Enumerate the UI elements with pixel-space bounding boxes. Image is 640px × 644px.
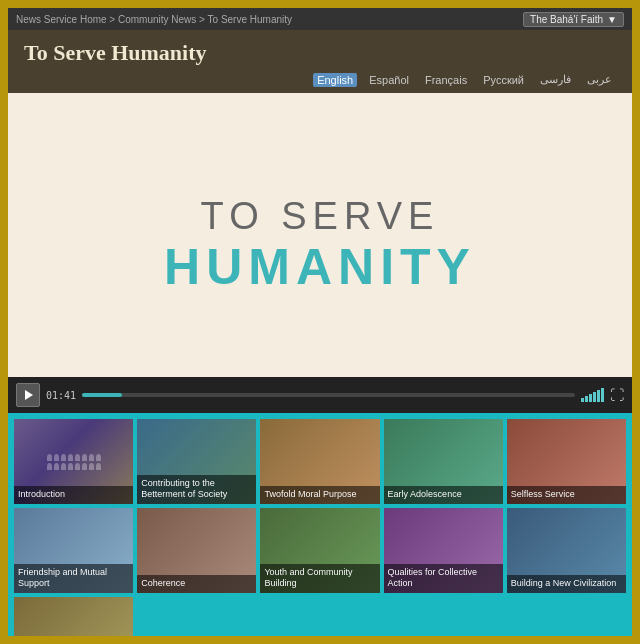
video-title-line1: TO SERVE <box>201 195 440 238</box>
thumb-label-1: Contributing to the Betterment of Societ… <box>137 475 256 504</box>
lang-english[interactable]: English <box>313 73 357 87</box>
thumb-qualities[interactable]: Qualities for Collective Action <box>384 508 503 593</box>
thumb-youth[interactable]: Youth and Community Building <box>260 508 379 593</box>
thumb-label-5: Friendship and Mutual Support <box>14 564 133 593</box>
thumb-label-8: Qualities for Collective Action <box>384 564 503 593</box>
thumb-label-6: Coherence <box>137 575 256 593</box>
thumb-responding[interactable]: Responding to the Call <box>14 597 133 636</box>
thumb-building[interactable]: Building a New Civilization <box>507 508 626 593</box>
lang-francais[interactable]: Français <box>421 73 471 87</box>
time-display: 01:41 <box>46 390 76 401</box>
thumb-selfless-service[interactable]: Selfless Service <box>507 419 626 504</box>
vol-bar-4 <box>593 392 596 402</box>
lang-russian[interactable]: Русский <box>479 73 528 87</box>
progress-bar[interactable] <box>82 393 575 397</box>
vol-bar-2 <box>585 396 588 402</box>
outer-border: News Service Home > Community News > To … <box>0 0 640 644</box>
thumb-label-7: Youth and Community Building <box>260 564 379 593</box>
thumb-label-9: Building a New Civilization <box>507 575 626 593</box>
thumb-contributing[interactable]: Contributing to the Betterment of Societ… <box>137 419 256 504</box>
thumb-label-2: Twofold Moral Purpose <box>260 486 379 504</box>
thumb-early-adolescence[interactable]: Early Adolescence <box>384 419 503 504</box>
site-selector[interactable]: The Bahá'í Faith ▼ <box>523 12 624 27</box>
top-nav: News Service Home > Community News > To … <box>8 8 632 30</box>
fullscreen-button[interactable]: ⛶ <box>610 387 624 403</box>
inner-container: News Service Home > Community News > To … <box>8 8 632 636</box>
thumb-introduction[interactable]: Introduction <box>14 419 133 504</box>
play-button[interactable] <box>16 383 40 407</box>
thumbnails-section: Introduction Contributing to the Betterm… <box>8 413 632 636</box>
thumb-twofold[interactable]: Twofold Moral Purpose <box>260 419 379 504</box>
vol-bar-6 <box>601 388 604 402</box>
vol-bar-1 <box>581 398 584 402</box>
vol-bar-5 <box>597 390 600 402</box>
header: To Serve Humanity English Español França… <box>8 30 632 93</box>
site-selector-label: The Bahá'í Faith <box>530 14 603 25</box>
chevron-down-icon: ▼ <box>607 14 617 25</box>
thumb-label-4: Selfless Service <box>507 486 626 504</box>
crowd-icon <box>47 454 101 470</box>
breadcrumb: News Service Home > Community News > To … <box>16 14 292 25</box>
volume-bars <box>581 388 604 402</box>
thumb-label-0: Introduction <box>14 486 133 504</box>
thumb-coherence[interactable]: Coherence <box>137 508 256 593</box>
video-title-area: TO SERVE HUMANITY <box>164 93 476 377</box>
video-title-line2: HUMANITY <box>164 238 476 296</box>
lang-arabic[interactable]: عربی <box>583 72 616 87</box>
progress-fill <box>82 393 121 397</box>
lang-espanol[interactable]: Español <box>365 73 413 87</box>
lang-farsi[interactable]: فارسی <box>536 72 575 87</box>
language-bar: English Español Français Русский فارسی ع… <box>24 72 616 87</box>
video-controls: 01:41 ⛶ <box>8 377 632 413</box>
thumb-label-3: Early Adolescence <box>384 486 503 504</box>
thumb-friendship[interactable]: Friendship and Mutual Support <box>14 508 133 593</box>
video-section: TO SERVE HUMANITY 01:41 ⛶ <box>8 93 632 413</box>
vol-bar-3 <box>589 394 592 402</box>
page-title: To Serve Humanity <box>24 40 616 66</box>
